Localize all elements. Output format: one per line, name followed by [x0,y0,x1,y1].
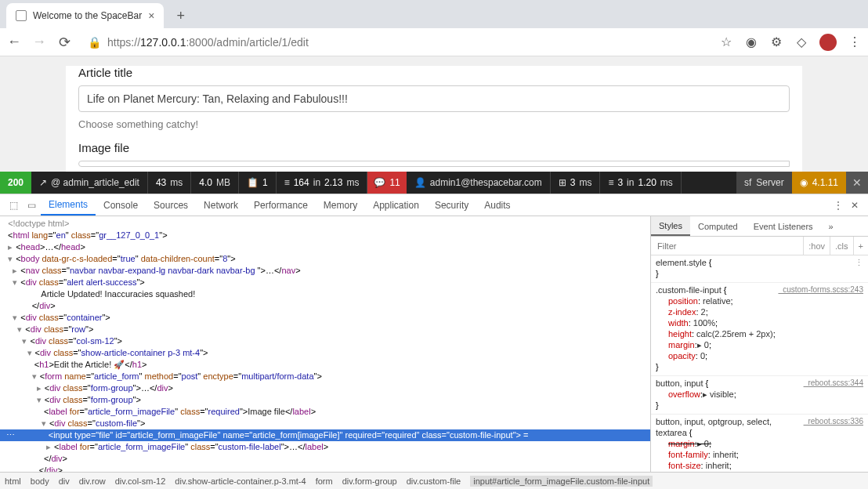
image-label: Image file [78,141,790,154]
styles-tabs: Styles Computed Event Listeners » [651,216,868,237]
sf-messages[interactable]: 💬11 [367,172,406,194]
symfony-toolbar: 200 ↗@ admin_article_edit 43ms 4.0MB 📋1 … [0,172,868,194]
close-icon[interactable]: × [148,9,154,22]
inspect-icon[interactable]: ⬚ [5,200,23,211]
forward-button[interactable]: → [31,34,47,50]
tab-performance[interactable]: Performance [246,194,316,216]
styles-tab-computed[interactable]: Computed [690,216,746,236]
hov-toggle[interactable]: :hov [803,237,830,255]
device-icon[interactable]: ▭ [23,200,41,211]
sf-forms[interactable]: 📋1 [239,172,277,194]
profile-avatar[interactable] [819,34,837,51]
elements-panel[interactable]: <!doctype html> <html lang="en" class="g… [0,216,650,472]
sf-memory[interactable]: 4.0MB [191,172,239,194]
browser-tab[interactable]: Welcome to the SpaceBar × [6,3,164,28]
sf-time[interactable]: 43ms [148,172,191,194]
elements-breadcrumb[interactable]: html body div div.row div.col-sm-12 div.… [0,472,868,489]
rule-custom-file-input: _custom-forms.scss:243 .custom-file-inpu… [651,283,868,376]
url-scheme: https:// [107,36,140,49]
styles-rules[interactable]: ⋮ element.style { } _custom-forms.scss:2… [651,255,868,472]
selected-element: ⋯ <input type="file" id="article_form_im… [0,429,650,441]
sf-user[interactable]: 👤admin1@thespacebar.com [407,172,551,194]
back-button[interactable]: ← [6,34,22,50]
title-input[interactable] [78,85,790,112]
toolbar-icons: ☆ ◉ ⚙ ◇ ⋮ [719,34,862,51]
rule-element-style: ⋮ element.style { } [651,255,868,283]
rule-button-input: _reboot.scss:344 button, input { overflo… [651,376,868,415]
ext-icon-1[interactable]: ◉ [744,35,758,49]
styles-filter-row: :hov .cls + [651,237,868,255]
new-tab-button[interactable]: + [176,3,185,28]
tab-network[interactable]: Network [196,194,246,216]
styles-panel: Styles Computed Event Listeners » :hov .… [650,216,868,472]
star-icon[interactable]: ☆ [719,35,733,49]
sf-version[interactable]: ◉4.1.11 [792,172,846,194]
sf-cache[interactable]: ⊞3ms [551,172,601,194]
devtools-more-icon[interactable]: ⋮ [834,200,843,211]
tab-sources[interactable]: Sources [146,194,196,216]
sf-queue[interactable]: ≡3in1.20ms [600,172,681,194]
sf-server[interactable]: sfServer [736,172,792,194]
tab-application[interactable]: Application [365,194,427,216]
tab-bar: Welcome to the SpaceBar × + [0,0,868,28]
title-label: Article title [78,66,790,79]
page-icon [16,10,27,21]
add-rule-icon[interactable]: + [853,237,868,255]
tab-console[interactable]: Console [96,194,146,216]
sf-db[interactable]: ≡164in2.13ms [277,172,368,194]
tab-title: Welcome to the SpaceBar [33,10,142,21]
address-bar[interactable]: 🔒 https://127.0.0.1:8000/admin/article/1… [81,36,710,49]
browser-toolbar: ← → ⟳ 🔒 https://127.0.0.1:8000/admin/art… [0,28,868,56]
browser-chrome: Welcome to the SpaceBar × + ← → ⟳ 🔒 http… [0,0,868,56]
rule-form-controls: _reboot.scss:336 button, input, optgroup… [651,415,868,472]
tab-memory[interactable]: Memory [316,194,365,216]
devtools-tabs: ⬚ ▭ Elements Console Sources Network Per… [0,194,868,216]
ext-icon-3[interactable]: ◇ [794,35,808,49]
tab-audits[interactable]: Audits [476,194,518,216]
file-input[interactable] [78,161,790,167]
devtools-body: <!doctype html> <html lang="en" class="g… [0,216,868,472]
url-host: 127.0.0.1 [140,36,186,49]
devtools: ⬚ ▭ Elements Console Sources Network Per… [0,194,868,489]
cls-toggle[interactable]: .cls [830,237,853,255]
title-hint: Choose something catchy! [78,118,790,130]
tab-elements[interactable]: Elements [41,194,96,216]
lock-icon: 🔒 [88,36,101,49]
styles-filter-input[interactable] [651,237,803,255]
sf-close[interactable]: ✕ [846,172,868,194]
styles-tab-listeners[interactable]: Event Listeners [746,216,821,236]
sf-status[interactable]: 200 [0,172,31,194]
tab-security[interactable]: Security [427,194,476,216]
ext-icon-2[interactable]: ⚙ [769,35,783,49]
reload-button[interactable]: ⟳ [56,34,72,51]
styles-tab-styles[interactable]: Styles [651,216,690,236]
devtools-close-icon[interactable]: ✕ [851,200,859,211]
page-viewport: Article title Choose something catchy! I… [0,56,868,172]
styles-tab-more[interactable]: » [821,216,841,236]
menu-icon[interactable]: ⋮ [848,35,862,49]
page-body: Article title Choose something catchy! I… [66,66,802,172]
url-path: :8000/admin/article/1/edit [186,36,308,49]
sf-route[interactable]: ↗@ admin_article_edit [31,172,148,194]
